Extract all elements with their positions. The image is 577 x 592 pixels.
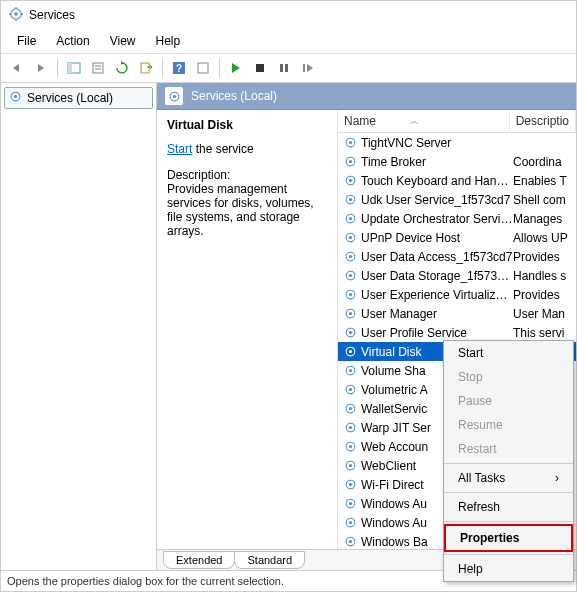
export-button[interactable] xyxy=(135,57,157,79)
start-service-row: Start the service xyxy=(167,142,327,156)
service-icon xyxy=(342,478,358,491)
svg-point-1 xyxy=(14,12,18,16)
context-menu: Start Stop Pause Resume Restart All Task… xyxy=(443,340,574,582)
svg-rect-18 xyxy=(303,64,305,72)
submenu-arrow-icon: › xyxy=(555,471,559,485)
column-label: Descriptio xyxy=(516,114,569,128)
tab-standard[interactable]: Standard xyxy=(234,551,305,569)
column-header-name[interactable]: Name ︿ xyxy=(338,110,510,132)
service-icon xyxy=(342,497,358,510)
service-icon xyxy=(342,231,358,244)
svg-point-22 xyxy=(172,94,175,97)
service-name: UPnP Device Host xyxy=(361,231,513,245)
back-button[interactable] xyxy=(6,57,28,79)
list-item[interactable]: User Experience Virtualizati...Provides xyxy=(338,285,576,304)
separator-icon xyxy=(444,554,573,555)
list-item[interactable]: Update Orchestrator ServiceManages xyxy=(338,209,576,228)
list-item[interactable]: Udk User Service_1f573cd7Shell com xyxy=(338,190,576,209)
svg-rect-15 xyxy=(256,64,264,72)
service-icon xyxy=(342,516,358,529)
services-icon xyxy=(9,7,23,24)
menubar: File Action View Help xyxy=(1,29,576,54)
svg-rect-11 xyxy=(141,63,149,73)
service-name: User Data Access_1f573cd7 xyxy=(361,250,513,264)
service-icon xyxy=(342,250,358,263)
svg-point-60 xyxy=(348,483,351,486)
menu-help[interactable]: Help xyxy=(146,31,191,51)
svg-point-54 xyxy=(348,426,351,429)
list-item[interactable]: User Data Storage_1f573cd7Handles s xyxy=(338,266,576,285)
list-item[interactable]: User Data Access_1f573cd7Provides xyxy=(338,247,576,266)
svg-point-42 xyxy=(348,312,351,315)
service-icon xyxy=(342,193,358,206)
service-name: User Manager xyxy=(361,307,513,321)
svg-point-62 xyxy=(348,502,351,505)
separator-icon xyxy=(444,492,573,493)
titlebar: Services xyxy=(1,1,576,29)
list-item[interactable]: TightVNC Server xyxy=(338,133,576,152)
start-service-link[interactable]: Start xyxy=(167,142,192,156)
service-desc: User Man xyxy=(513,307,565,321)
menu-item-help[interactable]: Help xyxy=(444,557,573,581)
service-icon xyxy=(342,212,358,225)
menu-action[interactable]: Action xyxy=(46,31,99,51)
service-name: Time Broker xyxy=(361,155,513,169)
separator-icon xyxy=(444,463,573,464)
svg-rect-17 xyxy=(285,64,288,72)
start-service-button[interactable] xyxy=(225,57,247,79)
tree-item-services-local[interactable]: Services (Local) xyxy=(4,87,153,109)
svg-point-48 xyxy=(348,369,351,372)
svg-point-40 xyxy=(348,293,351,296)
service-desc: Enables T xyxy=(513,174,567,188)
service-name: Update Orchestrator Service xyxy=(361,212,513,226)
menu-item-all-tasks[interactable]: All Tasks› xyxy=(444,466,573,490)
svg-rect-8 xyxy=(93,63,103,73)
menu-item-start[interactable]: Start xyxy=(444,341,573,365)
stop-service-button[interactable] xyxy=(249,57,271,79)
service-desc: Manages xyxy=(513,212,562,226)
service-icon xyxy=(342,459,358,472)
properties-toolbar-button[interactable] xyxy=(87,57,109,79)
forward-button[interactable] xyxy=(30,57,52,79)
svg-point-34 xyxy=(348,236,351,239)
column-label: Name xyxy=(344,114,376,128)
list-item[interactable]: User ManagerUser Man xyxy=(338,304,576,323)
toolbar: ? xyxy=(1,54,576,83)
service-icon xyxy=(342,155,358,168)
list-item[interactable]: Time BrokerCoordina xyxy=(338,152,576,171)
service-icon xyxy=(342,326,358,339)
separator-icon xyxy=(219,59,220,77)
service-name: Udk User Service_1f573cd7 xyxy=(361,193,513,207)
service-desc: Coordina xyxy=(513,155,562,169)
refresh-button[interactable] xyxy=(111,57,133,79)
service-icon xyxy=(342,535,358,548)
description-text: Provides management services for disks, … xyxy=(167,182,327,238)
menu-item-properties[interactable]: Properties xyxy=(444,524,573,552)
service-icon xyxy=(342,288,358,301)
description-label: Description: xyxy=(167,168,327,182)
menu-item-stop: Stop xyxy=(444,365,573,389)
svg-point-58 xyxy=(348,464,351,467)
menu-item-pause: Pause xyxy=(444,389,573,413)
settings-button[interactable] xyxy=(192,57,214,79)
panel-header: Services (Local) xyxy=(157,83,576,110)
restart-service-button[interactable] xyxy=(297,57,319,79)
pause-service-button[interactable] xyxy=(273,57,295,79)
menu-item-refresh[interactable]: Refresh xyxy=(444,495,573,519)
menu-view[interactable]: View xyxy=(100,31,146,51)
service-icon xyxy=(342,402,358,415)
service-icon xyxy=(342,383,358,396)
tab-extended[interactable]: Extended xyxy=(163,551,235,569)
list-item[interactable]: UPnP Device HostAllows UP xyxy=(338,228,576,247)
svg-point-50 xyxy=(348,388,351,391)
show-hide-tree-button[interactable] xyxy=(63,57,85,79)
service-icon xyxy=(342,307,358,320)
separator-icon xyxy=(162,59,163,77)
help-button[interactable]: ? xyxy=(168,57,190,79)
list-item[interactable]: Touch Keyboard and Hand...Enables T xyxy=(338,171,576,190)
service-name: User Experience Virtualizati... xyxy=(361,288,513,302)
service-desc: This servi xyxy=(513,326,564,340)
svg-point-52 xyxy=(348,407,351,410)
column-header-description[interactable]: Descriptio xyxy=(510,110,576,132)
menu-file[interactable]: File xyxy=(7,31,46,51)
